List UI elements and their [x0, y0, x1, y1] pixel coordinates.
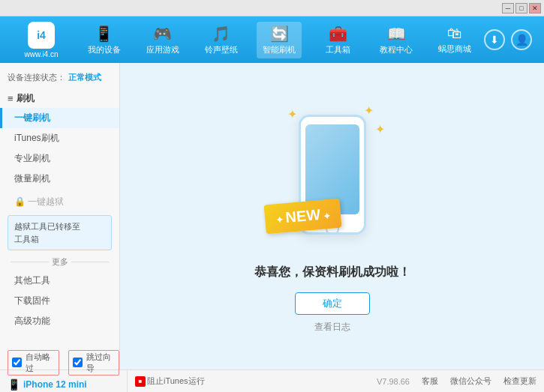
device-status: 设备连接状态： 正常模式 [0, 69, 119, 86]
success-text: 恭喜您，保资料刷机成功啦！ [254, 265, 410, 280]
sidebar-item-pro-flash[interactable]: 专业刷机 [0, 148, 119, 169]
device-name: iPhone 12 mini [23, 379, 87, 390]
toolbox-icon: 🧰 [329, 25, 347, 43]
status-label: 设备连接状态： [8, 72, 65, 83]
auto-skip-input[interactable] [12, 358, 22, 367]
toolbox-label: 工具箱 [326, 44, 350, 55]
nav-ringtone[interactable]: 🎵 铃声壁纸 [199, 22, 244, 58]
app-games-icon: 🎮 [153, 25, 172, 43]
ringtone-label: 铃声壁纸 [205, 44, 238, 55]
tutorial-icon: 📖 [387, 25, 406, 43]
content-area: ✦ ✦ ✦ NEW 恭喜您，保资料刷机成功啦！ 确定 查看日志 [120, 63, 544, 370]
flash-section: ≡ 刷机 一键刷机 iTunes刷机 专业刷机 微量刷机 [0, 86, 119, 192]
flash-section-header: ≡ 刷机 [0, 89, 119, 108]
my-device-label: 我的设备 [88, 44, 121, 55]
more-section-divider: 更多 [0, 253, 119, 271]
flash-section-icon: ≡ [8, 93, 14, 104]
header: i4 www.i4.cn 📱 我的设备 🎮 应用游戏 🎵 铃声壁纸 🔄 智能刷机… [0, 16, 544, 63]
skip-wizard-checkbox[interactable]: 跳过向导 [68, 350, 120, 376]
smart-flash-icon: 🔄 [270, 25, 289, 43]
weisi-mall-label: 蜗思商城 [438, 43, 471, 55]
stop-itunes-row: ■ 阻止iTunes运行 [128, 376, 212, 387]
divider-line-left [11, 262, 49, 262]
sidebar: 设备连接状态： 正常模式 ≡ 刷机 一键刷机 iTunes刷机 专业刷机 微量刷… [0, 63, 120, 370]
minimize-button[interactable]: ─ [502, 3, 514, 13]
window-controls: ─ □ ✕ [502, 3, 541, 13]
sidebar-item-small-flash[interactable]: 微量刷机 [0, 169, 119, 189]
weisi-mall-icon: 🛍 [447, 25, 462, 42]
ringtone-icon: 🎵 [212, 25, 230, 43]
sidebar-item-other-tools[interactable]: 其他工具 [0, 271, 119, 291]
new-badge: NEW [263, 198, 341, 234]
logo-area: i4 www.i4.cn [8, 22, 75, 58]
customer-service-link[interactable]: 客服 [422, 376, 438, 387]
device-info-row: 📱 iPhone 12 mini [0, 377, 127, 392]
auto-skip-label: 自动略过 [26, 352, 55, 374]
close-button[interactable]: ✕ [529, 3, 541, 13]
sidebar-item-download-firmware[interactable]: 下载固件 [0, 291, 119, 311]
my-device-icon: 📱 [95, 25, 113, 43]
divider-line-right [71, 262, 110, 262]
tutorial-link[interactable]: 查看日志 [314, 321, 350, 334]
device-checkboxes: 自动略过 跳过向导 [0, 347, 127, 377]
bottom-right-links: V7.98.66 客服 微信公众号 检查更新 [377, 376, 544, 387]
sidebar-item-one-click-flash[interactable]: 一键刷机 [0, 108, 119, 128]
check-update-link[interactable]: 检查更新 [503, 376, 536, 387]
smart-flash-label: 智能刷机 [263, 44, 296, 55]
version-text: V7.98.66 [377, 377, 410, 386]
logo-subtext: www.i4.cn [24, 50, 58, 58]
nav-toolbox[interactable]: 🧰 工具箱 [315, 22, 360, 58]
logo-icon: i4 [28, 22, 55, 49]
download-button[interactable]: ⬇ [484, 29, 505, 50]
maximize-button[interactable]: □ [515, 3, 527, 13]
skip-wizard-input[interactable] [73, 358, 83, 367]
device-icon: 📱 [8, 379, 20, 391]
title-bar: ─ □ ✕ [0, 0, 544, 16]
sparkle-1: ✦ [287, 107, 297, 121]
nav-smart-flash[interactable]: 🔄 智能刷机 [257, 22, 302, 58]
auto-skip-checkbox[interactable]: 自动略过 [8, 350, 59, 376]
status-value: 正常模式 [68, 72, 101, 83]
bottom-bar: 自动略过 跳过向导 📱 iPhone 12 mini 64GB Down-12m… [0, 370, 544, 392]
skip-wizard-label: 跳过向导 [86, 352, 116, 374]
sparkle-2: ✦ [364, 103, 374, 118]
sparkle-3: ✦ [375, 122, 385, 136]
tutorial-label: 教程中心 [380, 44, 413, 55]
sidebar-item-itunes-flash[interactable]: iTunes刷机 [0, 128, 119, 148]
bottom-left: 自动略过 跳过向导 📱 iPhone 12 mini 64GB Down-12m… [0, 347, 128, 393]
sidebar-item-advanced-features[interactable]: 高级功能 [0, 311, 119, 331]
stop-itunes-label[interactable]: 阻止iTunes运行 [147, 376, 205, 387]
main-area: 设备连接状态： 正常模式 ≡ 刷机 一键刷机 iTunes刷机 专业刷机 微量刷… [0, 63, 544, 370]
confirm-button[interactable]: 确定 [295, 292, 370, 315]
flash-section-label: 刷机 [17, 92, 35, 105]
nav-app-games[interactable]: 🎮 应用游戏 [140, 22, 185, 58]
user-button[interactable]: 👤 [511, 29, 532, 50]
app-games-label: 应用游戏 [146, 44, 179, 55]
more-label: 更多 [52, 256, 68, 268]
nav-items: 📱 我的设备 🎮 应用游戏 🎵 铃声壁纸 🔄 智能刷机 🧰 工具箱 📖 教程中心… [75, 22, 484, 58]
jailbreak-notice: 越狱工具已转移至 工具箱 [8, 215, 112, 250]
header-right: ⬇ 👤 [484, 29, 536, 50]
wechat-public-link[interactable]: 微信公众号 [450, 376, 491, 387]
sidebar-item-jailbreak: 🔒 一键越狱 [0, 192, 119, 212]
nav-weisi-mall[interactable]: 🛍 蜗思商城 [432, 22, 477, 58]
phone-illustration: ✦ ✦ ✦ NEW [272, 100, 392, 250]
nav-tutorial[interactable]: 📖 教程中心 [374, 22, 419, 58]
stop-icon: ■ [135, 376, 146, 387]
nav-my-device[interactable]: 📱 我的设备 [82, 22, 127, 58]
